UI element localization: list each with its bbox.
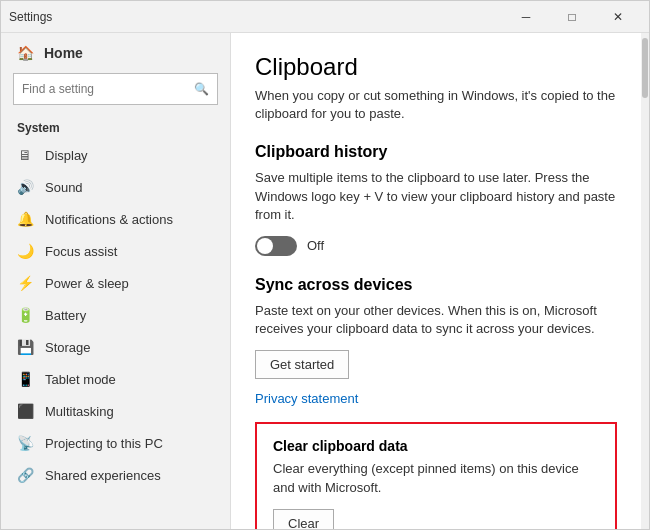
- sidebar-item-projecting[interactable]: 📡 Projecting to this PC: [1, 427, 230, 459]
- display-icon: 🖥: [17, 147, 33, 163]
- sidebar-item-power[interactable]: ⚡ Power & sleep: [1, 267, 230, 299]
- multitasking-label: Multitasking: [45, 404, 114, 419]
- storage-label: Storage: [45, 340, 91, 355]
- page-title: Clipboard: [255, 53, 617, 81]
- get-started-button[interactable]: Get started: [255, 350, 349, 379]
- content-area: 🏠 Home 🔍 System 🖥 Display 🔊 Sound: [1, 33, 649, 529]
- main-content: Clipboard When you copy or cut something…: [231, 33, 641, 529]
- multitasking-icon: ⬛: [17, 403, 33, 419]
- search-input[interactable]: [22, 82, 194, 96]
- sidebar-item-sound[interactable]: 🔊 Sound: [1, 171, 230, 203]
- title-bar-controls: ─ □ ✕: [503, 1, 641, 33]
- toggle-knob: [257, 238, 273, 254]
- clipboard-toggle-row: Off: [255, 236, 617, 256]
- tablet-icon: 📱: [17, 371, 33, 387]
- privacy-statement-link[interactable]: Privacy statement: [255, 391, 617, 406]
- section-label: System: [1, 113, 230, 139]
- notifications-label: Notifications & actions: [45, 212, 173, 227]
- sidebar-item-focus[interactable]: 🌙 Focus assist: [1, 235, 230, 267]
- projecting-label: Projecting to this PC: [45, 436, 163, 451]
- tablet-label: Tablet mode: [45, 372, 116, 387]
- sync-section: Sync across devices Paste text on your o…: [255, 276, 617, 406]
- sidebar-item-shared[interactable]: 🔗 Shared experiences: [1, 459, 230, 491]
- clipboard-history-desc: Save multiple items to the clipboard to …: [255, 169, 617, 224]
- sound-label: Sound: [45, 180, 83, 195]
- sync-title: Sync across devices: [255, 276, 617, 294]
- notifications-icon: 🔔: [17, 211, 33, 227]
- clipboard-history-title: Clipboard history: [255, 143, 617, 161]
- settings-window: Settings ─ □ ✕ 🏠 Home 🔍 System 🖥: [0, 0, 650, 530]
- title-bar-text: Settings: [9, 10, 52, 24]
- shared-icon: 🔗: [17, 467, 33, 483]
- sidebar-item-tablet[interactable]: 📱 Tablet mode: [1, 363, 230, 395]
- shared-label: Shared experiences: [45, 468, 161, 483]
- clipboard-history-toggle[interactable]: [255, 236, 297, 256]
- clear-section-title: Clear clipboard data: [273, 438, 599, 454]
- sync-desc: Paste text on your other devices. When t…: [255, 302, 617, 338]
- clear-section-desc: Clear everything (except pinned items) o…: [273, 460, 599, 496]
- main-panel: Clipboard When you copy or cut something…: [231, 33, 649, 529]
- storage-icon: 💾: [17, 339, 33, 355]
- battery-icon: 🔋: [17, 307, 33, 323]
- sound-icon: 🔊: [17, 179, 33, 195]
- title-bar: Settings ─ □ ✕: [1, 1, 649, 33]
- power-label: Power & sleep: [45, 276, 129, 291]
- battery-label: Battery: [45, 308, 86, 323]
- clear-button[interactable]: Clear: [273, 509, 334, 529]
- display-label: Display: [45, 148, 88, 163]
- main-scrollbar[interactable]: [641, 33, 649, 529]
- minimize-button[interactable]: ─: [503, 1, 549, 33]
- power-icon: ⚡: [17, 275, 33, 291]
- toggle-state-label: Off: [307, 238, 324, 253]
- main-scroll-thumb: [642, 38, 648, 98]
- clipboard-history-section: Clipboard history Save multiple items to…: [255, 143, 617, 256]
- projecting-icon: 📡: [17, 435, 33, 451]
- focus-icon: 🌙: [17, 243, 33, 259]
- search-icon: 🔍: [194, 82, 209, 96]
- sidebar-item-storage[interactable]: 💾 Storage: [1, 331, 230, 363]
- sidebar-item-display[interactable]: 🖥 Display: [1, 139, 230, 171]
- clear-clipboard-section: Clear clipboard data Clear everything (e…: [255, 422, 617, 529]
- sidebar-home[interactable]: 🏠 Home: [1, 33, 230, 69]
- sidebar-item-battery[interactable]: 🔋 Battery: [1, 299, 230, 331]
- page-description: When you copy or cut something in Window…: [255, 87, 617, 123]
- search-box[interactable]: 🔍: [13, 73, 218, 105]
- home-icon: 🏠: [17, 45, 34, 61]
- sidebar-item-notifications[interactable]: 🔔 Notifications & actions: [1, 203, 230, 235]
- close-button[interactable]: ✕: [595, 1, 641, 33]
- maximize-button[interactable]: □: [549, 1, 595, 33]
- home-label: Home: [44, 45, 83, 61]
- nav-items-list: 🖥 Display 🔊 Sound 🔔 Notifications & acti…: [1, 139, 230, 529]
- sidebar-item-multitasking[interactable]: ⬛ Multitasking: [1, 395, 230, 427]
- sidebar: 🏠 Home 🔍 System 🖥 Display 🔊 Sound: [1, 33, 231, 529]
- focus-label: Focus assist: [45, 244, 117, 259]
